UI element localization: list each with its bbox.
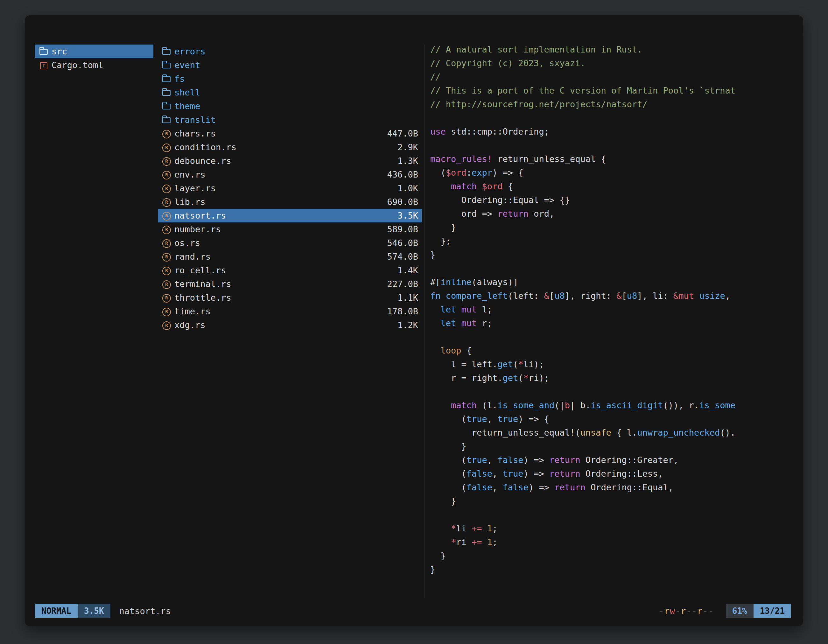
- rust-icon: [162, 195, 174, 209]
- code-line: (true, false) => return Ordering::Greate…: [430, 455, 791, 469]
- file-row[interactable]: errors: [158, 45, 422, 58]
- file-row[interactable]: natsort.rs 3.5K: [158, 209, 422, 223]
- code-line: ($ord:expr) => {: [430, 168, 791, 181]
- code-line: let mut l;: [430, 304, 791, 318]
- folder-icon: [39, 45, 52, 58]
- file-name: ro_cell.rs: [174, 265, 226, 275]
- toml-icon: [39, 58, 52, 72]
- file-row[interactable]: layer.rs 1.0K: [158, 181, 422, 195]
- rust-icon: [162, 277, 174, 291]
- folder-icon: [162, 86, 174, 99]
- file-row[interactable]: shell: [158, 86, 422, 99]
- file-size: 1.1K: [397, 293, 418, 302]
- status-filename: natsort.rs: [119, 606, 171, 616]
- file-name: env.rs: [174, 169, 205, 179]
- file-row[interactable]: src: [35, 45, 154, 58]
- code-line: let mut r;: [430, 318, 791, 332]
- code-line: macro_rules! return_unless_equal {: [430, 154, 791, 168]
- folder-icon: [162, 58, 174, 72]
- file-row[interactable]: lib.rs 690.0B: [158, 195, 422, 209]
- code-line: }: [430, 223, 791, 236]
- file-name: chars.rs: [174, 128, 216, 138]
- file-size: 3.5K: [397, 211, 418, 221]
- code-line: (true, true) => {: [430, 414, 791, 428]
- folder-icon: [162, 45, 174, 58]
- code-line: // This is a port of the C version of Ma…: [430, 86, 791, 99]
- file-name: lib.rs: [174, 197, 205, 207]
- code-line: }: [430, 564, 791, 578]
- file-name: condition.rs: [174, 142, 237, 152]
- file-name: layer.rs: [174, 183, 216, 193]
- rust-icon: [162, 140, 174, 154]
- file-row[interactable]: translit: [158, 113, 422, 127]
- file-size: 178.0B: [387, 306, 418, 316]
- file-size: 436.0B: [387, 169, 418, 179]
- code-line: match (l.is_some_and(|b| b.is_ascii_digi…: [430, 400, 791, 414]
- file-row[interactable]: env.rs 436.0B: [158, 168, 422, 181]
- file-row[interactable]: theme: [158, 99, 422, 113]
- code-line: // A natural sort implementation in Rust…: [430, 45, 791, 58]
- file-row[interactable]: condition.rs 2.9K: [158, 140, 422, 154]
- code-line: *ri += 1;: [430, 537, 791, 551]
- file-size: 690.0B: [387, 197, 418, 207]
- folder-icon: [162, 113, 174, 127]
- code-line: fn compare_left(left: &[u8], right: &[u8…: [430, 291, 791, 304]
- file-row[interactable]: os.rs 546.0B: [158, 236, 422, 250]
- file-name: theme: [174, 101, 200, 111]
- file-row[interactable]: fs: [158, 72, 422, 86]
- file-row[interactable]: throttle.rs 1.1K: [158, 291, 422, 304]
- rust-icon: [162, 127, 174, 140]
- code-line: Ordering::Equal => {}: [430, 195, 791, 209]
- file-size: 1.4K: [397, 265, 418, 275]
- code-line: match $ord {: [430, 181, 791, 195]
- status-bar-left: NORMAL 3.5K natsort.rs: [35, 604, 171, 618]
- file-name: src: [52, 47, 67, 56]
- file-row[interactable]: ro_cell.rs 1.4K: [158, 263, 422, 277]
- code-line: }: [430, 551, 791, 564]
- file-size-badge: 3.5K: [78, 604, 110, 618]
- file-size: 447.0B: [387, 128, 418, 138]
- file-row[interactable]: chars.rs 447.0B: [158, 127, 422, 140]
- code-line: return_unless_equal!(unsafe { l.unwrap_u…: [430, 428, 791, 441]
- file-size: 1.3K: [397, 156, 418, 166]
- code-line: *li += 1;: [430, 523, 791, 537]
- code-line: r = right.get(*ri);: [430, 373, 791, 387]
- rust-icon: [162, 250, 174, 263]
- file-row[interactable]: rand.rs 574.0B: [158, 250, 422, 263]
- code-line: [430, 510, 791, 523]
- cursor-position-badge: 13/21: [754, 604, 791, 618]
- code-line: }: [430, 496, 791, 510]
- file-row[interactable]: xdg.rs 1.2K: [158, 318, 422, 332]
- file-row[interactable]: terminal.rs 227.0B: [158, 277, 422, 291]
- file-name: natsort.rs: [174, 211, 226, 221]
- file-name: errors: [174, 47, 205, 56]
- file-permissions: -rw-r--r--: [659, 606, 714, 616]
- file-name: debounce.rs: [174, 156, 231, 166]
- file-row[interactable]: time.rs 178.0B: [158, 304, 422, 318]
- status-bar-right: -rw-r--r-- 61% 13/21: [659, 604, 791, 618]
- file-row[interactable]: debounce.rs 1.3K: [158, 154, 422, 168]
- file-name: throttle.rs: [174, 293, 231, 302]
- rust-icon: [162, 304, 174, 318]
- code-line: //: [430, 72, 791, 86]
- file-row[interactable]: event: [158, 58, 422, 72]
- folder-icon: [162, 99, 174, 113]
- file-name: translit: [174, 115, 216, 125]
- file-manager-panes: src Cargo.toml errors event fs: [35, 45, 791, 598]
- code-line: (false, false) => return Ordering::Equal…: [430, 483, 791, 496]
- file-row[interactable]: Cargo.toml: [35, 58, 154, 72]
- terminal-window: src Cargo.toml errors event fs: [25, 15, 803, 626]
- pane-divider: [425, 45, 425, 598]
- code-line: // Copyright (c) 2023, sxyazi.: [430, 58, 791, 72]
- file-row[interactable]: number.rs 589.0B: [158, 223, 422, 236]
- rust-icon: [162, 318, 174, 332]
- preview-pane[interactable]: // A natural sort implementation in Rust…: [430, 45, 791, 598]
- file-name: Cargo.toml: [52, 60, 104, 70]
- code-line: // http://sourcefrog.net/projects/natsor…: [430, 99, 791, 113]
- rust-icon: [162, 236, 174, 250]
- file-size: 1.0K: [397, 183, 418, 193]
- rust-icon: [162, 154, 174, 168]
- parent-pane: src Cargo.toml: [35, 45, 154, 598]
- code-line: [430, 140, 791, 154]
- code-line: }: [430, 250, 791, 263]
